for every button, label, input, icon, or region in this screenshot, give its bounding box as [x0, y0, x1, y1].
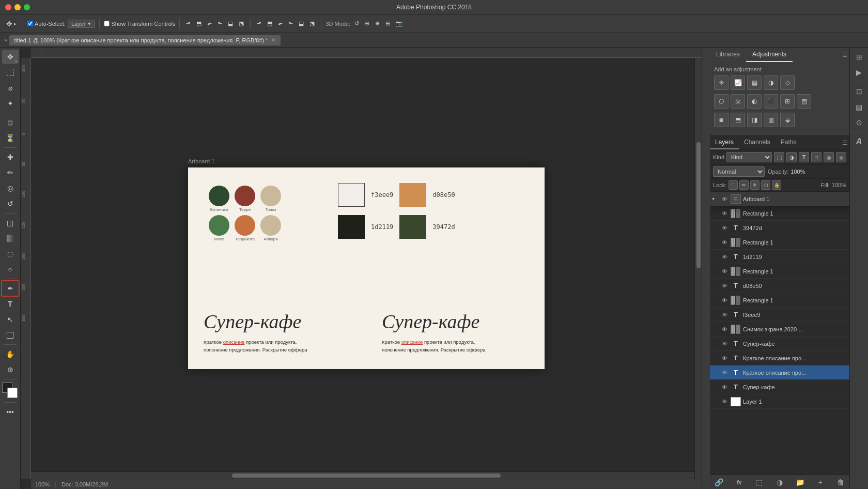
- align-right[interactable]: ⬔: [237, 19, 246, 28]
- filter-shape[interactable]: □: [811, 152, 822, 162]
- layers-new-btn[interactable]: +: [815, 477, 826, 488]
- kind-select[interactable]: Kind: [726, 152, 772, 162]
- dist-center[interactable]: ⬓: [297, 19, 306, 28]
- layer-vis-text-1d2119[interactable]: 👁: [720, 253, 729, 261]
- layer-vis-text-d08e50[interactable]: 👁: [720, 282, 729, 290]
- layer-vis-rect-4[interactable]: 👁: [720, 296, 729, 304]
- tool-clone-stamp[interactable]: ◎: [2, 181, 19, 195]
- layer-vis-rect-2[interactable]: 👁: [720, 238, 729, 247]
- layer-vis-text-desc2[interactable]: 👁: [720, 369, 729, 377]
- tool-lasso[interactable]: ⌀: [2, 81, 19, 95]
- layer-item-rect-4[interactable]: 👁 Rectangle 1: [710, 293, 849, 308]
- vertical-scroll-thumb[interactable]: [696, 142, 701, 268]
- swatch-6[interactable]: Айвори: [260, 215, 281, 241]
- adj-channel-mixer[interactable]: ⊞: [780, 94, 795, 109]
- layer-item-rect-3[interactable]: 👁 Rectangle 1: [710, 264, 849, 279]
- lock-artboard[interactable]: ◻: [761, 180, 770, 190]
- auto-select-checkbox[interactable]: Auto-Select:: [27, 21, 66, 27]
- maximize-button[interactable]: [24, 4, 30, 10]
- layers-adj-btn[interactable]: ◑: [774, 477, 785, 488]
- 3d-pan[interactable]: ⊕: [363, 19, 371, 28]
- show-transform-checkbox[interactable]: Show Transform Controls: [104, 21, 175, 27]
- filter-smart[interactable]: ◎: [824, 152, 834, 162]
- body-2-link[interactable]: описание: [401, 339, 423, 345]
- tool-zoom[interactable]: ⊕: [2, 362, 19, 377]
- horizontal-scrollbar[interactable]: [31, 471, 702, 479]
- dist-top[interactable]: ⬏: [255, 19, 264, 28]
- layer-vis-text-39472d[interactable]: 👁: [720, 224, 729, 232]
- tab-libraries[interactable]: Libraries: [710, 48, 746, 62]
- hex-box-3[interactable]: [338, 215, 365, 239]
- 3d-slide[interactable]: ⊕: [373, 19, 382, 28]
- dist-left[interactable]: ⬑: [286, 19, 295, 28]
- adj-invert[interactable]: ◙: [714, 113, 729, 127]
- adj-bw[interactable]: ◐: [747, 94, 762, 109]
- tool-brush[interactable]: ✏: [2, 165, 19, 180]
- layer-vis-rect-3[interactable]: 👁: [720, 267, 729, 276]
- tool-more[interactable]: •••: [2, 405, 19, 419]
- layer-vis-text-sc2[interactable]: 👁: [720, 383, 729, 391]
- adj-photo-filter[interactable]: ⬛: [764, 94, 778, 109]
- prop-btn-3[interactable]: ⊡: [852, 84, 866, 99]
- layer-item-text-39472d[interactable]: 👁 T 39472d: [710, 221, 849, 235]
- tool-move[interactable]: ✥ ▸: [2, 50, 19, 64]
- adj-gradient-map[interactable]: ▥: [764, 113, 778, 127]
- lock-transparent[interactable]: ⬚: [729, 180, 738, 190]
- adj-exposure[interactable]: ◑: [764, 75, 778, 90]
- vertical-scrollbar[interactable]: [694, 58, 702, 479]
- adj-color-lookup[interactable]: ▤: [797, 94, 811, 109]
- adj-posterize[interactable]: ⬒: [731, 113, 745, 127]
- hex-box-1[interactable]: [338, 183, 365, 207]
- tool-eyedropper[interactable]: ⌛: [2, 131, 19, 145]
- layer-item-screenshot[interactable]: 👁 Снимок экрана 2020-...: [710, 322, 849, 337]
- panel-menu-icon[interactable]: ☰: [842, 52, 847, 58]
- adj-selective-color[interactable]: ⬙: [780, 113, 795, 127]
- lock-position[interactable]: ✛: [750, 180, 760, 190]
- align-mid-h[interactable]: ⬒: [194, 19, 204, 28]
- layer-item-text-desc-1[interactable]: 👁 T Краткое описание про...: [710, 351, 849, 365]
- dist-mid[interactable]: ⬒: [265, 19, 274, 28]
- layer-vis-text-f3eee9[interactable]: 👁: [720, 311, 729, 319]
- tool-crop[interactable]: ⊡: [2, 115, 19, 130]
- layer-item-rect-1[interactable]: 👁 Rectangle 1: [710, 206, 849, 221]
- tool-blur[interactable]: ◌: [2, 247, 19, 261]
- tool-gradient[interactable]: [2, 231, 19, 246]
- layer-item-text-super-cafe-2[interactable]: 👁 T Супер-кафе: [710, 380, 849, 394]
- tool-shape[interactable]: [2, 328, 19, 342]
- hex-box-2[interactable]: [399, 183, 426, 207]
- dist-bottom[interactable]: ⬐: [276, 19, 285, 28]
- tab-layers[interactable]: Layers: [710, 136, 739, 149]
- layer-item-text-1d2119[interactable]: 👁 T 1d2119: [710, 250, 849, 264]
- layer-vis-text-sc1[interactable]: 👁: [720, 340, 729, 348]
- tool-hand[interactable]: ✋: [2, 347, 19, 361]
- document-tab-close[interactable]: ✕: [271, 37, 275, 43]
- adj-brightness[interactable]: ☀: [714, 75, 729, 90]
- layer-vis-text-desc1[interactable]: 👁: [720, 354, 729, 362]
- layers-delete-btn[interactable]: 🗑: [835, 477, 846, 488]
- lock-image[interactable]: ✏: [739, 180, 749, 190]
- 3d-rotate[interactable]: ↺: [352, 19, 361, 28]
- adj-curves[interactable]: 📈: [731, 75, 745, 90]
- filter-type[interactable]: T: [799, 152, 809, 162]
- layer-item-artboard-1[interactable]: ▾ 👁 ⊡ Artboard 1: [710, 192, 849, 206]
- tool-marquee[interactable]: [2, 65, 19, 80]
- tool-dodge[interactable]: ○: [2, 262, 19, 277]
- layers-menu-icon[interactable]: ☰: [842, 140, 847, 146]
- layer-vis-screenshot[interactable]: 👁: [720, 325, 729, 333]
- prop-btn-2[interactable]: ▶: [852, 65, 866, 80]
- hex-box-4[interactable]: [399, 215, 426, 239]
- prop-btn-6[interactable]: A: [852, 134, 866, 149]
- layer-dropdown[interactable]: Layer ▼: [68, 20, 95, 28]
- align-center-v[interactable]: ⬓: [226, 19, 235, 28]
- close-button[interactable]: [5, 4, 11, 10]
- align-bottom[interactable]: ⬐: [205, 19, 214, 28]
- layer-item-rect-2[interactable]: 👁 Rectangle 1: [710, 235, 849, 250]
- document-tab[interactable]: titled-1 @ 100% (Краткое описание проект…: [9, 35, 281, 45]
- background-color[interactable]: [7, 388, 18, 398]
- adj-vibrance[interactable]: ◇: [780, 75, 795, 90]
- layer-item-text-d08e50[interactable]: 👁 T d08e50: [710, 279, 849, 293]
- align-left[interactable]: ⬑: [215, 19, 224, 28]
- filter-pixel[interactable]: ⬚: [774, 152, 784, 162]
- tool-eraser[interactable]: ◫: [2, 216, 19, 230]
- filter-adjust[interactable]: ◑: [786, 152, 797, 162]
